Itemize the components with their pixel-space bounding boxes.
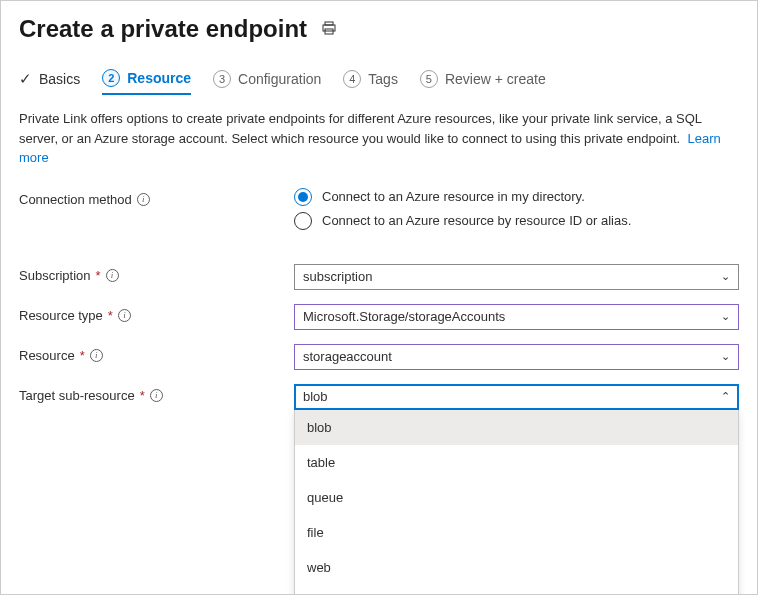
radio-connect-resource-id[interactable] [294,212,312,230]
tab-label: Configuration [238,71,321,87]
page-title: Create a private endpoint [19,15,307,43]
select-value: storageaccount [303,349,392,364]
info-icon[interactable]: i [150,389,163,402]
label-target-sub-resource: Target sub-resource [19,388,135,403]
tab-review[interactable]: 5 Review + create [420,69,546,95]
print-icon[interactable] [321,20,337,39]
chevron-down-icon: ⌄ [721,350,730,363]
info-icon[interactable]: i [118,309,131,322]
info-icon[interactable]: i [90,349,103,362]
tab-resource[interactable]: 2 Resource [102,69,191,95]
select-subscription[interactable]: subscription ⌄ [294,264,739,290]
dropdown-item-queue[interactable]: queue [295,480,738,515]
check-icon: ✓ [19,70,32,88]
chevron-down-icon: ⌄ [721,270,730,283]
select-value: subscription [303,269,372,284]
dropdown-item-blob[interactable]: blob [295,410,738,445]
dropdown-list: blob table queue file web dfs [294,410,739,596]
chevron-up-icon: ⌃ [721,390,730,403]
tab-configuration[interactable]: 3 Configuration [213,69,321,95]
radio-label: Connect to an Azure resource in my direc… [322,189,585,204]
label-connection-method: Connection method [19,192,132,207]
label-resource: Resource [19,348,75,363]
required-indicator: * [140,388,145,403]
dropdown-item-table[interactable]: table [295,445,738,480]
required-indicator: * [80,348,85,363]
select-resource-type[interactable]: Microsoft.Storage/storageAccounts ⌄ [294,304,739,330]
required-indicator: * [108,308,113,323]
wizard-tabs: ✓ Basics 2 Resource 3 Configuration 4 Ta… [19,69,739,95]
label-resource-type: Resource type [19,308,103,323]
radio-connect-directory[interactable] [294,188,312,206]
tab-basics[interactable]: ✓ Basics [19,69,80,95]
tab-tags[interactable]: 4 Tags [343,69,398,95]
radio-label: Connect to an Azure resource by resource… [322,213,631,228]
step-number: 4 [343,70,361,88]
required-indicator: * [96,268,101,283]
tab-label: Review + create [445,71,546,87]
dropdown-item-dfs[interactable]: dfs [295,585,738,596]
step-number: 2 [102,69,120,87]
tab-label: Resource [127,70,191,86]
label-subscription: Subscription [19,268,91,283]
step-number: 5 [420,70,438,88]
info-icon[interactable]: i [137,193,150,206]
description-text: Private Link offers options to create pr… [19,109,739,168]
info-icon[interactable]: i [106,269,119,282]
step-number: 3 [213,70,231,88]
tab-label: Tags [368,71,398,87]
dropdown-item-web[interactable]: web [295,550,738,585]
select-target-sub-resource[interactable]: blob ⌃ [294,384,739,410]
select-resource[interactable]: storageaccount ⌄ [294,344,739,370]
chevron-down-icon: ⌄ [721,310,730,323]
select-value: blob [303,389,328,404]
tab-label: Basics [39,71,80,87]
dropdown-item-file[interactable]: file [295,515,738,550]
select-value: Microsoft.Storage/storageAccounts [303,309,505,324]
